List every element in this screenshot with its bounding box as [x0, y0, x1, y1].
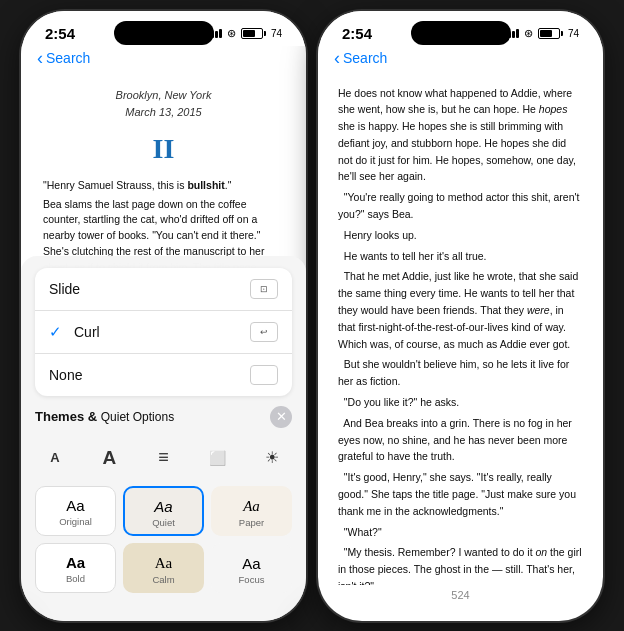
right-battery-tip — [561, 31, 563, 36]
font-increase-button[interactable]: A — [91, 440, 127, 476]
slide-options-menu: Slide ⊡ ✓ Curl ↩ None — [35, 268, 292, 396]
reading-toolbar: A A ≡ ⬜ ☀ — [35, 436, 292, 478]
theme-original-label: Aa — [66, 497, 84, 514]
right-para-6: But she wouldn't believe him, so he lets… — [338, 356, 583, 390]
battery-fill — [243, 30, 256, 37]
right-battery-icon — [538, 28, 563, 39]
right-para-3: Henry looks up. — [338, 227, 583, 244]
right-status-icons: ⊛ 74 — [504, 27, 579, 40]
font-decrease-button[interactable]: A — [37, 440, 73, 476]
theme-bold[interactable]: Aa Bold — [35, 543, 116, 593]
right-para-8: And Bea breaks into a grin. There is no … — [338, 415, 583, 465]
left-status-time: 2:54 — [45, 25, 75, 42]
slide-badge: ⊡ — [250, 279, 278, 299]
phones-container: 2:54 ⊛ 74 — [21, 11, 603, 621]
right-back-label: Search — [343, 50, 387, 66]
theme-quiet-label: Aa — [154, 498, 172, 515]
text-options-button[interactable]: ≡ — [146, 440, 182, 476]
theme-calm[interactable]: Aa Calm — [123, 543, 204, 593]
chapter-number: II — [43, 127, 284, 170]
theme-quiet[interactable]: Aa Quiet — [123, 486, 204, 536]
theme-calm-name: Calm — [152, 574, 174, 585]
theme-original-name: Original — [59, 516, 92, 527]
right-status-time: 2:54 — [342, 25, 372, 42]
battery-level: 74 — [271, 28, 282, 39]
right-para-11: "My thesis. Remember? I wanted to do it … — [338, 544, 583, 584]
right-reading-content: He does not know what happened to Addie,… — [318, 75, 603, 585]
left-phone: 2:54 ⊛ 74 — [21, 11, 306, 621]
slide-option-none[interactable]: None — [35, 354, 292, 396]
themes-section-label: Themes & Quiet Options — [35, 409, 174, 424]
right-para-9: "It's good, Henry," she says. "It's real… — [338, 469, 583, 519]
theme-focus[interactable]: Aa Focus — [211, 543, 292, 593]
left-back-button[interactable]: ‹ Search — [37, 48, 90, 69]
brightness-button[interactable]: ☀ — [254, 440, 290, 476]
curl-badge: ↩ — [250, 322, 278, 342]
slide-option-slide[interactable]: Slide ⊡ — [35, 268, 292, 311]
themes-grid: Aa Original Aa Quiet Aa Paper Aa Bold Aa — [35, 486, 292, 593]
slide-option-curl[interactable]: ✓ Curl ↩ — [35, 311, 292, 354]
book-location: Brooklyn, New York March 13, 2015 — [43, 87, 284, 121]
theme-paper[interactable]: Aa Paper — [211, 486, 292, 536]
left-nav-bar: ‹ Search — [21, 46, 306, 75]
back-arrow-icon: ‹ — [37, 48, 43, 69]
theme-bold-label: Aa — [66, 554, 85, 571]
slide-panel: Slide ⊡ ✓ Curl ↩ None — [21, 256, 306, 621]
themes-header: Themes & Quiet Options ✕ — [35, 406, 292, 428]
theme-paper-label: Aa — [243, 498, 260, 515]
battery-body — [241, 28, 263, 39]
right-dynamic-island — [411, 21, 511, 45]
battery-tip — [264, 31, 266, 36]
battery-icon — [241, 28, 266, 39]
para-1: "Henry Samuel Strauss, this is bullshit.… — [43, 178, 284, 194]
theme-focus-name: Focus — [239, 574, 265, 585]
theme-quiet-name: Quiet — [152, 517, 175, 528]
theme-paper-name: Paper — [239, 517, 264, 528]
left-status-icons: ⊛ 74 — [207, 27, 282, 40]
theme-calm-label: Aa — [155, 555, 173, 572]
check-icon: ✓ — [49, 323, 62, 341]
back-label: Search — [46, 50, 90, 66]
none-label: None — [49, 367, 82, 383]
right-para-7: "Do you like it?" he asks. — [338, 394, 583, 411]
right-battery-body — [538, 28, 560, 39]
right-para-4: He wants to tell her it's all true. — [338, 248, 583, 265]
curl-label: Curl — [74, 324, 100, 340]
theme-focus-label: Aa — [242, 555, 260, 572]
right-para-2: "You're really going to method actor thi… — [338, 189, 583, 223]
right-wifi-icon: ⊛ — [524, 27, 533, 40]
close-button[interactable]: ✕ — [270, 406, 292, 428]
slide-option-icon: Slide — [49, 281, 80, 297]
page-number: 524 — [318, 585, 603, 605]
left-dynamic-island — [114, 21, 214, 45]
right-nav-bar: ‹ Search — [318, 46, 603, 75]
theme-bold-name: Bold — [66, 573, 85, 584]
right-phone: 2:54 ⊛ 74 — [318, 11, 603, 621]
none-option-icon: None — [49, 367, 82, 383]
curl-option-icon: ✓ Curl — [49, 323, 100, 341]
left-status-bar: 2:54 ⊛ 74 — [21, 11, 306, 46]
theme-original[interactable]: Aa Original — [35, 486, 116, 536]
right-battery-fill — [540, 30, 553, 37]
right-status-bar: 2:54 ⊛ 74 — [318, 11, 603, 46]
right-back-arrow-icon: ‹ — [334, 48, 340, 69]
right-para-1: He does not know what happened to Addie,… — [338, 85, 583, 186]
none-badge — [250, 365, 278, 385]
right-para-10: "What?" — [338, 524, 583, 541]
slide-label: Slide — [49, 281, 80, 297]
right-battery-level: 74 — [568, 28, 579, 39]
right-back-button[interactable]: ‹ Search — [334, 48, 387, 69]
page-layout-button[interactable]: ⬜ — [200, 440, 236, 476]
wifi-icon: ⊛ — [227, 27, 236, 40]
right-para-5: That he met Addie, just like he wrote, t… — [338, 268, 583, 352]
